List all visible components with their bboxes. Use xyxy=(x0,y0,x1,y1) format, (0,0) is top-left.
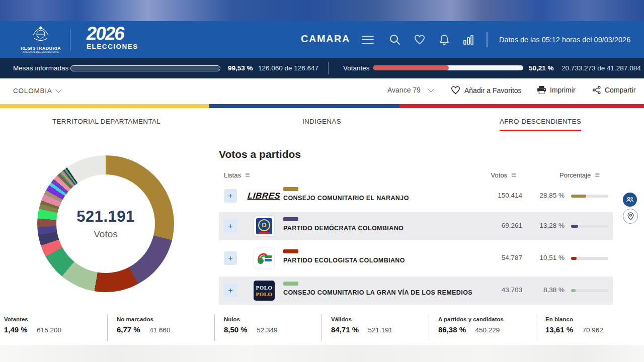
col-listas: Listas xyxy=(224,171,241,179)
stat-percentage: 6,77 % xyxy=(117,325,140,334)
stat-percentage: 86,38 % xyxy=(438,325,466,334)
party-votes: 150.414 xyxy=(498,192,522,199)
heart-outline-icon xyxy=(451,86,460,95)
logo-year: 2026 xyxy=(86,25,140,42)
tab-afro-descendientes[interactable]: AFRO-DESCENDIENTES xyxy=(500,118,581,131)
table-row: +DPARTIDO DEMÓCRATA COLOMBIANO69.26113,2… xyxy=(219,212,613,240)
stat-label: No marcados xyxy=(117,316,214,322)
elecciones-2026-logo: 2026 ELECCIONES xyxy=(87,25,138,50)
stat-value: 41.660 xyxy=(149,326,170,334)
donut-center: 521.191 Votos xyxy=(56,174,155,273)
election-results-page: REGISTRADURÍA NACIONAL DEL ESTADO CIVIL … xyxy=(0,0,644,362)
stat-percentage: 13,61 % xyxy=(545,325,573,334)
app-header: REGISTRADURÍA NACIONAL DEL ESTADO CIVIL … xyxy=(0,21,644,58)
votantes-pct: 50,21 % xyxy=(529,64,554,72)
avance-label: Avance 79 xyxy=(387,86,421,94)
flag-red xyxy=(399,104,644,108)
summary-stat: Válidos 84,71 % 521.191 xyxy=(321,314,429,341)
support-users-button[interactable] xyxy=(623,193,637,207)
chevron-down-icon xyxy=(428,86,434,93)
tab-territorial-departamental[interactable]: TERRITORIAL DEPARTAMENTAL xyxy=(52,118,160,130)
col-porcentaje: Porcentaje xyxy=(559,171,591,179)
mesas-progress-fill xyxy=(71,66,219,71)
share-button[interactable]: Compartir xyxy=(593,86,635,94)
votantes-detail: 20.733.273 de 41.287.084 xyxy=(561,64,641,72)
data-timestamp: Datos de las 05:12 horas del 09/03/2026 xyxy=(499,36,630,44)
party-votes: 43.703 xyxy=(502,286,522,294)
expand-row-button[interactable]: + xyxy=(224,251,237,265)
map-pin-icon xyxy=(627,212,634,220)
heart-icon[interactable] xyxy=(413,33,426,46)
expand-row-button[interactable]: + xyxy=(224,219,237,233)
party-percentage-bar xyxy=(571,289,608,292)
party-name: CONSEJO COMUNITARIO EL NARANJO xyxy=(283,195,409,202)
votantes-progress-fill xyxy=(373,65,449,70)
tab-indigenas[interactable]: INDIGENAS xyxy=(302,118,341,130)
share-label: Compartir xyxy=(605,86,635,94)
party-name: CONSEJO COMUNITARIO LA GRAN VÍA DE LOS R… xyxy=(283,289,472,296)
org-name-line2: NACIONAL DEL ESTADO CIVIL xyxy=(13,51,68,53)
summary-stat: A partidos y candidatos 86,38 % 450.229 xyxy=(429,314,536,341)
table-row: +LIBRESCONSEJO COMUNITARIO EL NARANJO150… xyxy=(219,182,613,210)
votes-donut-chart: 521.191 Votos xyxy=(37,155,174,292)
party-color-swatch xyxy=(283,249,298,253)
location-dropdown[interactable]: COLOMBIA xyxy=(13,87,60,95)
party-votes: 69.261 xyxy=(502,222,522,229)
party-percentage-bar xyxy=(571,225,608,228)
hamburger-menu-icon[interactable] xyxy=(361,33,374,46)
expand-row-button[interactable]: + xyxy=(224,284,237,297)
total-votes-label: Votos xyxy=(94,229,118,240)
table-row: + PARTIDO ECOLOGISTA COLOMBIANO54.78710,… xyxy=(219,244,613,273)
party-percentage: 8,38 % xyxy=(543,286,565,294)
party-logo: POLOPOLO xyxy=(249,281,279,301)
search-icon[interactable] xyxy=(388,33,401,46)
stat-value: 521.191 xyxy=(368,326,393,334)
org-name-line1: REGISTRADURÍA xyxy=(13,46,68,51)
location-label: COLOMBIA xyxy=(13,87,52,95)
party-name-block: CONSEJO COMUNITARIO EL NARANJO xyxy=(283,187,495,202)
summary-stat: En blanco 13,61 % 70.962 xyxy=(536,314,643,341)
party-logo: D xyxy=(249,216,279,236)
stat-value: 70.962 xyxy=(583,326,603,334)
mesas-pct: 99,53 % xyxy=(228,64,253,72)
logo-word: ELECCIONES xyxy=(87,43,138,50)
avance-dropdown[interactable]: Avance 79 xyxy=(387,86,432,94)
sort-icon[interactable]: ☰ xyxy=(245,172,250,178)
header-divider-2 xyxy=(487,32,488,47)
top-blur-strip xyxy=(0,0,644,21)
party-percentage-bar xyxy=(571,195,608,198)
flag-yellow xyxy=(0,104,209,108)
location-pin-button[interactable] xyxy=(623,209,638,224)
votantes-progress-bar xyxy=(373,65,523,70)
sort-icon[interactable]: ☰ xyxy=(511,172,516,178)
party-name-block: CONSEJO COMUNITARIO LA GRAN VÍA DE LOS R… xyxy=(283,282,495,297)
table-header: Listas☰ Votos☰ Porcentaje☰ xyxy=(219,170,613,180)
sort-icon[interactable]: ☰ xyxy=(595,172,600,178)
users-icon xyxy=(626,197,634,203)
expand-row-button[interactable]: + xyxy=(224,189,237,203)
print-button[interactable]: Imprimir xyxy=(537,86,576,94)
registraduria-brand: REGISTRADURÍA NACIONAL DEL ESTADO CIVIL xyxy=(13,24,68,53)
stat-value: 615.200 xyxy=(37,326,61,334)
total-votes-value: 521.191 xyxy=(76,208,135,226)
party-votes: 54.787 xyxy=(502,254,522,261)
stat-percentage: 1,49 % xyxy=(4,325,28,334)
bar-chart-icon[interactable] xyxy=(462,33,475,46)
mesas-detail: 126.060 de 126.647 xyxy=(258,64,318,72)
page-title-camara: CAMARA xyxy=(301,33,350,45)
flag-blue xyxy=(209,104,399,108)
stat-label: Votantes xyxy=(4,316,107,322)
stat-label: En blanco xyxy=(545,316,643,322)
party-name-block: PARTIDO DEMÓCRATA COLOMBIANO xyxy=(283,217,495,232)
summary-stat: No marcados 6,77 % 41.660 xyxy=(107,314,214,341)
stat-percentage: 84,71 % xyxy=(331,325,359,334)
party-percentage-bar xyxy=(571,257,608,260)
party-percentage: 10,51 % xyxy=(539,254,565,261)
table-row: +POLOPOLOCONSEJO COMUNITARIO LA GRAN VÍA… xyxy=(219,277,613,305)
party-color-swatch xyxy=(283,282,298,286)
stat-label: Nulos xyxy=(224,316,321,322)
bell-icon[interactable] xyxy=(438,33,451,46)
printer-icon xyxy=(537,86,546,94)
add-favorites-button[interactable]: Añadir a Favoritos xyxy=(451,86,522,95)
party-name: PARTIDO DEMÓCRATA COLOMBIANO xyxy=(283,225,404,232)
